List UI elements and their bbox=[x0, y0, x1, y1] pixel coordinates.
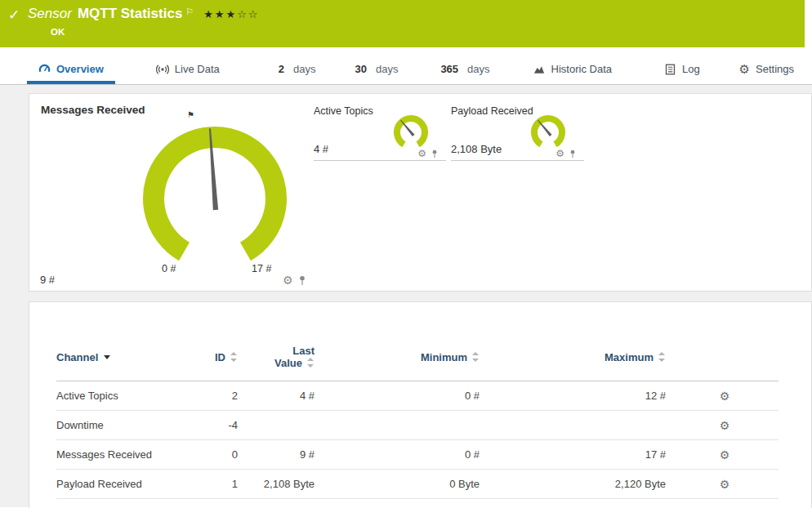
cell-minimum bbox=[319, 411, 484, 440]
tab-bar: Overview Live Data 2 days 30 days 365 da… bbox=[0, 47, 812, 85]
tab-log-label: Log bbox=[682, 63, 700, 75]
object-kind-label: Sensor bbox=[28, 6, 72, 22]
active-topics-gauge bbox=[390, 114, 431, 151]
column-header-id[interactable]: ID bbox=[187, 338, 243, 381]
cell-minimum: 0 # bbox=[319, 440, 484, 470]
tab-2-days-number: 2 bbox=[279, 63, 284, 75]
table-header-row: Channel ID Last Value Minimum Maximum bbox=[56, 338, 779, 381]
payload-received-current-value: 2,108 Byte bbox=[451, 143, 502, 155]
sensor-header: ✓ Sensor MQTT Statistics ⚐ ★★★☆☆ OK bbox=[0, 0, 805, 47]
messages-received-gauge-title: Messages Received bbox=[41, 104, 145, 116]
table-row: Active Topics 2 4 # 0 # 12 # ⚙ bbox=[56, 381, 779, 411]
tab-30-days[interactable]: 30 days bbox=[343, 57, 409, 84]
cell-id: 2 bbox=[187, 381, 243, 411]
mini-gauge-pin-icon[interactable] bbox=[569, 149, 576, 158]
sort-toggle-icon bbox=[230, 352, 238, 362]
cell-channel: Messages Received bbox=[56, 440, 187, 470]
column-header-minimum[interactable]: Minimum bbox=[319, 338, 484, 381]
cell-id: 0 bbox=[187, 440, 243, 470]
tab-overview[interactable]: Overview bbox=[27, 57, 115, 84]
priority-flag-icon[interactable]: ⚐ bbox=[185, 7, 194, 17]
tab-365-days-label: days bbox=[467, 63, 489, 75]
active-topics-current-value: 4 # bbox=[314, 143, 328, 155]
content-area: Messages Received ⚑ 0 # 17 # 9 # ⚙ Activ… bbox=[0, 85, 812, 507]
priority-star-rating[interactable]: ★★★☆☆ bbox=[203, 8, 259, 20]
tab-historic-data-label: Historic Data bbox=[551, 63, 612, 75]
sort-toggle-icon bbox=[472, 352, 480, 362]
gauge-settings-gear-icon[interactable]: ⚙ bbox=[283, 274, 293, 286]
tab-365-days[interactable]: 365 days bbox=[429, 57, 501, 84]
mini-gauge-settings-gear-icon[interactable]: ⚙ bbox=[555, 149, 564, 158]
cell-last-value: 2,108 Byte bbox=[243, 470, 319, 499]
cell-minimum: 0 # bbox=[319, 381, 484, 411]
status-ok-check-icon: ✓ bbox=[8, 7, 20, 24]
channels-table-panel: Channel ID Last Value Minimum Maximum bbox=[29, 301, 812, 508]
table-row: Payload Received 1 2,108 Byte 0 Byte 2,1… bbox=[56, 470, 779, 499]
historic-data-chart-icon bbox=[533, 63, 546, 75]
cell-minimum: 0 Byte bbox=[319, 470, 484, 499]
gauges-panel: Messages Received ⚑ 0 # 17 # 9 # ⚙ Activ… bbox=[29, 93, 812, 292]
column-header-maximum[interactable]: Maximum bbox=[484, 338, 671, 381]
cell-id: 1 bbox=[187, 470, 243, 499]
channel-settings-gear-icon[interactable]: ⚙ bbox=[720, 478, 730, 491]
overview-gauge-icon bbox=[38, 63, 51, 75]
cell-last-value bbox=[243, 411, 319, 440]
cell-maximum: 17 # bbox=[484, 440, 671, 470]
tab-30-days-number: 30 bbox=[355, 63, 366, 75]
tab-overview-label: Overview bbox=[56, 63, 104, 75]
cell-last-value: 9 # bbox=[243, 440, 319, 470]
sort-toggle-icon bbox=[307, 358, 315, 368]
sort-toggle-icon bbox=[658, 352, 666, 362]
mini-gauge-pin-icon[interactable] bbox=[431, 149, 438, 158]
cell-channel: Payload Received bbox=[56, 470, 187, 499]
gauge-scale-min-label: 0 # bbox=[162, 263, 176, 274]
gauge-pin-icon[interactable] bbox=[298, 275, 306, 286]
cell-last-value: 4 # bbox=[243, 381, 319, 411]
channels-table: Channel ID Last Value Minimum Maximum bbox=[56, 338, 779, 499]
page-title: MQTT Statistics bbox=[78, 6, 182, 22]
tab-settings-label: Settings bbox=[756, 63, 794, 75]
column-header-last-value[interactable]: Last Value bbox=[243, 338, 319, 381]
payload-received-mini-panel: Payload Received 2,108 Byte ⚙ bbox=[451, 104, 584, 161]
channel-settings-gear-icon[interactable]: ⚙ bbox=[720, 390, 730, 403]
messages-received-current-value: 9 # bbox=[40, 274, 55, 286]
payload-received-gauge bbox=[528, 114, 569, 151]
channel-settings-gear-icon[interactable]: ⚙ bbox=[720, 448, 730, 461]
tab-live-data[interactable]: Live Data bbox=[145, 57, 231, 84]
tab-settings[interactable]: ⚙ Settings bbox=[728, 57, 805, 84]
sort-descending-icon bbox=[104, 355, 110, 359]
live-data-broadcast-icon bbox=[156, 63, 169, 76]
mini-gauge-settings-gear-icon[interactable]: ⚙ bbox=[417, 149, 426, 158]
cell-id: -4 bbox=[187, 411, 243, 440]
messages-received-gauge bbox=[125, 117, 305, 288]
tab-2-days[interactable]: 2 days bbox=[267, 57, 328, 84]
column-header-actions bbox=[671, 338, 779, 381]
cell-channel: Downtime bbox=[56, 411, 187, 440]
cell-maximum bbox=[484, 411, 671, 440]
sensor-status-badge: OK bbox=[51, 27, 65, 37]
tab-live-data-label: Live Data bbox=[175, 63, 220, 75]
tab-historic-data[interactable]: Historic Data bbox=[521, 57, 623, 84]
gauge-scale-max-label: 17 # bbox=[252, 263, 271, 274]
log-list-icon bbox=[664, 63, 676, 76]
column-header-channel[interactable]: Channel bbox=[56, 338, 187, 381]
tab-30-days-label: days bbox=[376, 63, 398, 75]
channel-settings-gear-icon[interactable]: ⚙ bbox=[720, 419, 730, 432]
tab-2-days-label: days bbox=[293, 63, 315, 75]
table-row: Downtime -4 ⚙ bbox=[56, 411, 779, 440]
tab-365-days-number: 365 bbox=[440, 63, 458, 75]
active-topics-mini-panel: Active Topics 4 # ⚙ bbox=[314, 104, 446, 161]
tab-log[interactable]: Log bbox=[653, 57, 712, 84]
cell-maximum: 2,120 Byte bbox=[484, 470, 671, 499]
table-row: Messages Received 0 9 # 0 # 17 # ⚙ bbox=[56, 440, 779, 470]
cell-maximum: 12 # bbox=[484, 381, 671, 411]
settings-gear-icon: ⚙ bbox=[739, 63, 750, 75]
cell-channel: Active Topics bbox=[56, 381, 187, 411]
